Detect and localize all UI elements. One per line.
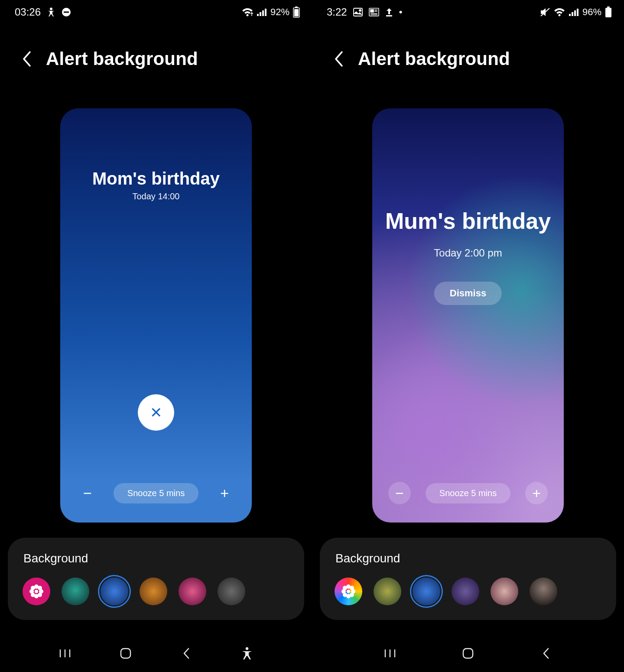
- nav-back[interactable]: [533, 643, 559, 664]
- flower-icon: [29, 584, 44, 599]
- newspaper-icon: [369, 8, 379, 16]
- svg-rect-28: [370, 10, 374, 12]
- snooze-increase-button[interactable]: +: [213, 482, 236, 504]
- dismiss-x-button[interactable]: ✕: [138, 394, 174, 431]
- image-icon: [353, 8, 363, 16]
- back-button[interactable]: [20, 52, 34, 66]
- status-bar: 3:22 •: [312, 0, 624, 24]
- status-time: 3:22: [327, 6, 347, 18]
- svg-rect-40: [607, 6, 610, 8]
- snooze-button[interactable]: Snooze 5 mins: [114, 483, 198, 503]
- swatch-orange[interactable]: [140, 578, 167, 605]
- background-panel: Background: [320, 538, 616, 620]
- svg-point-42: [347, 590, 350, 593]
- flower-icon: [341, 584, 356, 599]
- page-title: Alert background: [358, 49, 510, 69]
- svg-rect-37: [572, 12, 573, 16]
- swatch-blue[interactable]: [413, 578, 440, 605]
- alert-preview: Mom's birthday Today 14:00 ✕ − Snooze 5 …: [60, 108, 252, 523]
- svg-point-47: [343, 586, 347, 590]
- snooze-button[interactable]: Snooze 5 mins: [426, 483, 510, 503]
- svg-point-16: [31, 586, 35, 590]
- swatch-row: [21, 578, 291, 605]
- swatch-olive[interactable]: [374, 578, 401, 605]
- nav-home[interactable]: [455, 643, 481, 664]
- signal-icon: [257, 8, 267, 16]
- battery-icon: [605, 6, 612, 18]
- dismiss-button[interactable]: Dismiss: [434, 282, 502, 305]
- back-button[interactable]: [332, 52, 346, 66]
- nav-home[interactable]: [113, 643, 139, 664]
- more-icon: •: [399, 7, 403, 17]
- swatch-taupe[interactable]: [530, 578, 557, 605]
- status-time: 03:26: [15, 6, 41, 18]
- svg-rect-33: [386, 15, 392, 16]
- svg-rect-6: [262, 10, 264, 16]
- svg-point-18: [31, 593, 35, 597]
- battery-percent: 96%: [582, 6, 601, 18]
- svg-rect-23: [121, 649, 130, 658]
- mute-icon: [540, 7, 550, 17]
- swatch-teal[interactable]: [62, 578, 89, 605]
- alert-subtitle: Today 2:00 pm: [372, 247, 564, 259]
- swatch-blue[interactable]: [101, 578, 128, 605]
- nav-accessibility[interactable]: [234, 643, 260, 664]
- svg-rect-5: [260, 12, 261, 16]
- swatch-row: [333, 578, 603, 605]
- svg-point-48: [350, 586, 354, 590]
- swatch-pink[interactable]: [179, 578, 206, 605]
- alert-title: Mum's birthday: [372, 208, 564, 234]
- snooze-decrease-button[interactable]: −: [388, 482, 411, 504]
- close-icon: ✕: [150, 404, 162, 421]
- battery-percent: 92%: [270, 6, 289, 18]
- swatch-grey[interactable]: [218, 578, 245, 605]
- svg-rect-7: [265, 9, 266, 16]
- svg-point-17: [38, 586, 42, 590]
- swatch-gallery[interactable]: [23, 578, 50, 605]
- upload-icon: [385, 7, 393, 17]
- svg-point-50: [350, 593, 354, 597]
- alert-title: Mom's birthday: [60, 169, 252, 188]
- svg-point-35: [558, 14, 560, 16]
- background-panel-title: Background: [23, 552, 291, 565]
- nav-recents[interactable]: [377, 643, 403, 664]
- svg-rect-36: [569, 14, 571, 16]
- svg-point-49: [343, 593, 347, 597]
- snooze-decrease-button[interactable]: −: [76, 482, 99, 504]
- svg-rect-41: [605, 8, 611, 17]
- svg-point-0: [50, 8, 52, 10]
- alert-preview: Mum's birthday Today 2:00 pm Dismiss − S…: [372, 108, 564, 523]
- wifi-icon: [554, 8, 565, 16]
- signal-icon: [569, 8, 579, 16]
- nav-recents[interactable]: [52, 643, 78, 664]
- nav-bar: [0, 643, 312, 664]
- alert-subtitle: Today 14:00: [60, 192, 252, 201]
- svg-rect-10: [294, 9, 299, 16]
- svg-rect-54: [463, 649, 473, 658]
- svg-point-26: [359, 10, 361, 11]
- svg-rect-25: [354, 8, 362, 16]
- svg-point-3: [246, 14, 248, 16]
- accessibility-icon: [47, 7, 55, 17]
- nav-back[interactable]: [173, 643, 199, 664]
- svg-point-11: [35, 590, 38, 593]
- nav-bar: [312, 643, 624, 664]
- swatch-peach[interactable]: [491, 578, 518, 605]
- snooze-increase-button[interactable]: +: [525, 482, 548, 504]
- battery-icon: [293, 6, 300, 18]
- svg-rect-4: [257, 14, 259, 16]
- svg-rect-38: [574, 10, 576, 16]
- dnd-icon: [62, 7, 71, 17]
- page-title: Alert background: [46, 49, 198, 69]
- svg-rect-2: [64, 12, 69, 13]
- status-bar: 03:26 92%: [0, 0, 312, 24]
- background-panel-title: Background: [335, 552, 603, 565]
- svg-point-19: [38, 593, 42, 597]
- svg-point-24: [246, 647, 248, 650]
- swatch-gallery[interactable]: [335, 578, 362, 605]
- background-panel: Background: [8, 538, 304, 620]
- swatch-violet[interactable]: [452, 578, 479, 605]
- wifi-icon: [242, 8, 253, 16]
- svg-rect-39: [577, 9, 578, 16]
